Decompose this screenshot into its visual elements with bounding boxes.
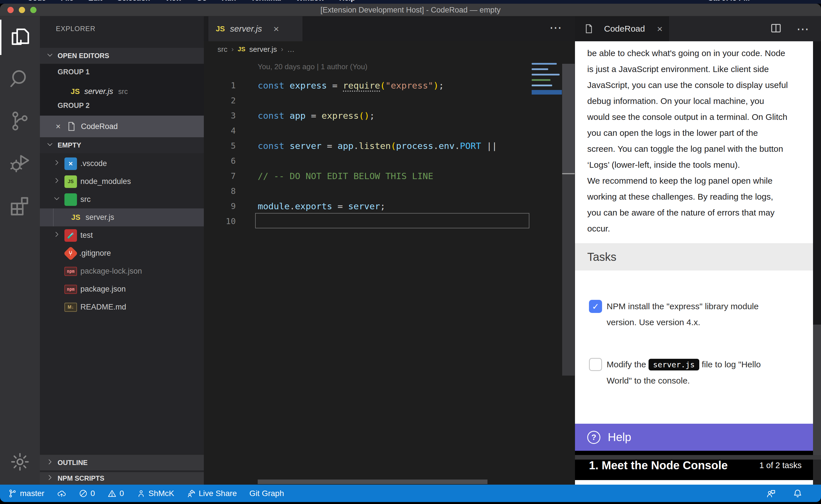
js-file-icon: JS bbox=[70, 211, 82, 224]
page-icon bbox=[65, 120, 77, 133]
outline-label: OUTLINE bbox=[58, 459, 87, 467]
editor-group: JS server.js × ⋯ src › JS server.js › … … bbox=[204, 16, 575, 485]
tree-item-src[interactable]: src bbox=[40, 190, 204, 208]
scrollbar-thumb[interactable] bbox=[562, 64, 575, 173]
webview-scrollbar[interactable] bbox=[813, 41, 821, 455]
breadcrumb-file[interactable]: server.js bbox=[250, 45, 277, 54]
menu-item-terminal[interactable]: Terminal bbox=[251, 0, 281, 3]
line-number: 8 bbox=[204, 186, 236, 196]
tab-label: CodeRoad bbox=[604, 24, 645, 34]
lesson-text-line: is just a JavaScript environment. Like c… bbox=[587, 61, 804, 77]
code-editor[interactable]: You, 20 days ago | 1 author (You) 1const… bbox=[204, 57, 575, 485]
warning-count[interactable]: 0 bbox=[107, 489, 124, 498]
status-bar: master00ShMcKLive ShareGit Graph bbox=[0, 485, 821, 502]
menu-item-edit[interactable]: Edit bbox=[88, 0, 102, 3]
status-label: 0 bbox=[91, 489, 95, 498]
scrollbar-thumb[interactable] bbox=[813, 41, 821, 325]
line-number: 2 bbox=[204, 96, 236, 105]
npm-scripts-section[interactable]: NPM SCRIPTS bbox=[40, 472, 204, 485]
tree-item--gitignore[interactable]: ⑂.gitignore bbox=[40, 244, 204, 262]
activity-bar-extensions[interactable] bbox=[0, 185, 40, 227]
tree-item-package-lock-json[interactable]: npmpackage-lock.json bbox=[40, 262, 204, 280]
tab-serverjs[interactable]: JS server.js × bbox=[209, 16, 303, 41]
tree-item-label: package-lock.json bbox=[80, 267, 142, 276]
tree-item-package-json[interactable]: npmpackage.json bbox=[40, 280, 204, 298]
code-line-7[interactable]: 7// -- DO NOT EDIT BELOW THIS LINE bbox=[204, 168, 529, 183]
tree-item-label: package.json bbox=[80, 285, 126, 294]
node-modules-folder-icon: JS bbox=[64, 175, 77, 188]
code-line-5[interactable]: 5const server = app.listen(process.env.P… bbox=[204, 138, 529, 153]
horizontal-scrollbar[interactable] bbox=[258, 480, 487, 484]
tab-coderoad[interactable]: CodeRoad × bbox=[575, 16, 669, 41]
menu-item-help[interactable]: Help bbox=[339, 0, 355, 3]
tree-item-server-js[interactable]: JSserver.js bbox=[40, 208, 204, 226]
menu-item-view[interactable]: View bbox=[165, 0, 182, 3]
menu-item-selection[interactable]: Selection bbox=[117, 0, 150, 3]
split-editor-icon[interactable] bbox=[770, 22, 782, 35]
notifications-bell[interactable] bbox=[793, 488, 803, 499]
lesson-text-line: JavaScript, you can use the console to d… bbox=[587, 77, 804, 93]
tab-label: server.js bbox=[230, 24, 262, 34]
src-folder-icon bbox=[64, 193, 77, 206]
code-line-4[interactable]: 4 bbox=[204, 123, 529, 138]
activity-bar bbox=[0, 16, 40, 485]
live-share-icon bbox=[187, 489, 196, 498]
live-share-button[interactable]: Live Share bbox=[187, 489, 237, 498]
code-line-2[interactable]: 2 bbox=[204, 93, 529, 108]
lesson-text-line: you can open the logs in the lower part … bbox=[587, 125, 804, 141]
open-editor-serverjs[interactable]: JS server.js src bbox=[40, 83, 204, 100]
account-item[interactable]: ShMcK bbox=[136, 489, 174, 498]
tree-item--vscode[interactable]: ✕.vscode bbox=[40, 155, 204, 173]
activity-bar-explorer[interactable] bbox=[0, 16, 40, 58]
code-line-3[interactable]: 3const app = express(); bbox=[204, 108, 529, 123]
settings-gear-icon[interactable] bbox=[0, 445, 40, 479]
breadcrumb-src[interactable]: src bbox=[218, 45, 228, 54]
scrollbar-rail bbox=[562, 174, 575, 376]
close-icon[interactable]: × bbox=[273, 23, 279, 34]
menu-item-go[interactable]: Go bbox=[196, 0, 207, 3]
feedback-button[interactable] bbox=[766, 488, 776, 499]
menu-item-code[interactable]: Code bbox=[27, 0, 46, 3]
activity-bar-source-control[interactable] bbox=[0, 101, 40, 143]
menu-item-window[interactable]: Window bbox=[296, 0, 324, 3]
menu-item-run[interactable]: Run bbox=[222, 0, 236, 3]
person-icon bbox=[136, 489, 146, 498]
minimap[interactable] bbox=[532, 63, 562, 95]
tree-item-node-modules[interactable]: JSnode_modules bbox=[40, 173, 204, 190]
code-line-1[interactable]: 1const express = require("express"); bbox=[204, 78, 529, 93]
sync-button[interactable] bbox=[57, 489, 66, 498]
panel-actions-ellipsis-icon[interactable]: ⋯ bbox=[797, 22, 811, 36]
status-label: 0 bbox=[119, 489, 124, 498]
activity-bar-search[interactable] bbox=[0, 58, 40, 101]
close-icon[interactable]: × bbox=[657, 23, 663, 34]
minimap-line bbox=[532, 79, 550, 81]
code-line-6[interactable]: 6 bbox=[204, 153, 529, 168]
task-checkbox-unchecked[interactable] bbox=[589, 358, 602, 371]
code-line-8[interactable]: 8 bbox=[204, 183, 529, 198]
open-editor-coderoad[interactable]: × CodeRoad bbox=[40, 116, 204, 137]
chevron-right-icon: › bbox=[281, 45, 283, 53]
code-line-9[interactable]: 9module.exports = server; bbox=[204, 198, 529, 214]
menu-items[interactable]: CodeFileEditSelectionViewGoRunTerminalWi… bbox=[0, 0, 821, 3]
tree-item-test[interactable]: 🧪test bbox=[40, 226, 204, 244]
menu-item-file[interactable]: File bbox=[61, 0, 73, 3]
code-text: module.exports = server; bbox=[258, 201, 385, 211]
window-title: [Extension Development Host] - CodeRoad … bbox=[0, 6, 821, 15]
error-count[interactable]: 0 bbox=[79, 489, 95, 498]
outline-section[interactable]: OUTLINE bbox=[40, 454, 204, 470]
activity-bar-run-debug[interactable] bbox=[0, 143, 40, 185]
tree-item-readme-md[interactable]: M↓README.md bbox=[40, 298, 204, 316]
close-icon[interactable]: × bbox=[51, 122, 65, 131]
vscode-folder-icon: ✕ bbox=[64, 157, 77, 170]
editor-scrollbar[interactable] bbox=[562, 64, 575, 376]
minimap-line bbox=[532, 68, 548, 70]
git-graph-button[interactable]: Git Graph bbox=[250, 489, 284, 498]
workspace-section[interactable]: EMPTY bbox=[40, 137, 204, 153]
lesson-text-line: would see the console output in a termin… bbox=[587, 109, 804, 125]
open-editors-section[interactable]: OPEN EDITORS bbox=[40, 48, 204, 64]
branch-indicator[interactable]: master bbox=[8, 489, 44, 498]
breadcrumb-more[interactable]: … bbox=[287, 45, 295, 54]
task-checkbox-checked[interactable]: ✓ bbox=[589, 300, 602, 313]
help-bar[interactable]: ? Help bbox=[575, 424, 813, 451]
editor-actions-ellipsis-icon[interactable]: ⋯ bbox=[549, 20, 563, 35]
